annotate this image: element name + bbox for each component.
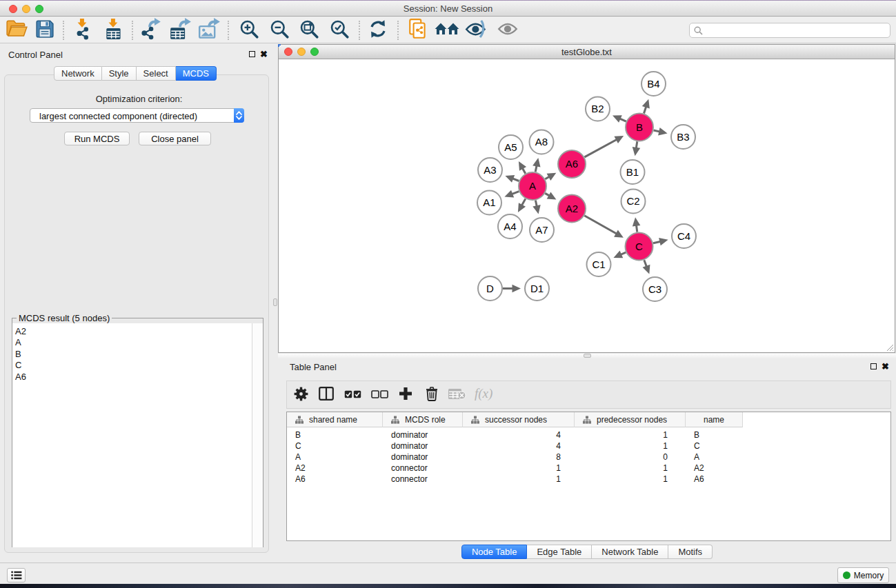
column-header-shared-name[interactable]: shared name — [287, 412, 383, 427]
graph-node-B3[interactable]: B3 — [671, 125, 695, 149]
svg-text:D1: D1 — [530, 283, 544, 294]
table-toolbar-button-show-column-panel[interactable] — [315, 385, 337, 405]
graph-node-B4[interactable]: B4 — [641, 72, 666, 96]
toolbar-button-export-image[interactable] — [196, 19, 222, 41]
zoom-fit-content-icon — [299, 19, 319, 42]
criterion-combobox-value: largest connected component (directed) — [39, 111, 197, 121]
tab-style[interactable]: Style — [102, 66, 137, 81]
mcds-result-item[interactable]: A — [15, 337, 21, 347]
mcds-result-scrollbar[interactable] — [252, 323, 263, 547]
tab-select[interactable]: Select — [137, 66, 176, 81]
graph-node-C3[interactable]: C3 — [643, 277, 667, 301]
svg-text:A6: A6 — [566, 158, 578, 170]
column-header-MCDS-role[interactable]: MCDS role — [383, 412, 463, 427]
mcds-result-item[interactable]: B — [15, 349, 21, 359]
graph-node-B1[interactable]: B1 — [621, 160, 645, 184]
table-row-A[interactable]: Adominator80A — [287, 452, 890, 463]
toolbar-button-show-all[interactable] — [495, 19, 521, 41]
toolbar-button-open-session[interactable] — [3, 19, 30, 41]
mcds-result-item[interactable]: A6 — [15, 372, 26, 382]
toolbar-button-export-table[interactable] — [168, 19, 194, 41]
column-header-successor-nodes[interactable]: successor nodes — [463, 412, 575, 427]
table-row-A6[interactable]: A6connector11A6 — [287, 474, 890, 485]
table-panel-close-icon[interactable]: ✖ — [882, 361, 889, 372]
table-cell: connector — [391, 474, 428, 484]
graph-node-C[interactable]: C — [626, 233, 653, 261]
table-tab-network-table[interactable]: Network Table — [592, 545, 668, 559]
network-graph-canvas[interactable]: AA1A2A3A4A5A6A7A8BB1B2B3B4CC1C2C3C4DD1 — [279, 59, 895, 352]
table-panel-float-icon[interactable] — [870, 363, 877, 369]
table-tab-edge-table[interactable]: Edge Table — [527, 545, 592, 559]
graph-node-D[interactable]: D — [478, 276, 502, 301]
mcds-result-item[interactable]: A2 — [15, 326, 26, 336]
apply-preferred-layout-icon — [368, 19, 388, 42]
toolbar-button-first-neighbors[interactable] — [434, 19, 460, 41]
table-cell: dominator — [391, 430, 428, 440]
float-panel-icon[interactable] — [249, 51, 255, 57]
toolbar-button-zoom-selected-region[interactable] — [327, 19, 353, 41]
network-window: testGlobe.txt AA1A2A3A4A5A6A7A8BB1B2B3B4… — [278, 44, 895, 353]
toolbar-button-save-session[interactable] — [32, 19, 58, 41]
mcds-result-item[interactable]: C — [15, 360, 21, 370]
svg-text:A4: A4 — [504, 221, 516, 232]
toolbar-button-import-network-from-file[interactable] — [70, 19, 96, 41]
tab-network[interactable]: Network — [54, 66, 102, 81]
toolbar-button-copy-network-view[interactable] — [406, 19, 432, 41]
graph-node-A3[interactable]: A3 — [478, 158, 502, 182]
svg-text:A7: A7 — [535, 224, 548, 236]
criterion-combobox[interactable]: largest connected component (directed) — [30, 108, 244, 123]
network-window-resize-grip[interactable] — [886, 343, 894, 352]
run-mcds-button[interactable]: Run MCDS — [64, 132, 130, 145]
toolbar-button-apply-preferred-layout[interactable] — [365, 19, 391, 41]
column-header-name[interactable]: name — [686, 412, 743, 427]
table-tab-motifs[interactable]: Motifs — [668, 545, 713, 559]
table-toolbar-button-table-options[interactable] — [290, 385, 312, 405]
graph-node-A[interactable]: A — [519, 172, 546, 200]
graph-node-B2[interactable]: B2 — [586, 97, 610, 121]
window-title: Session: New Session — [0, 3, 896, 14]
tab-mcds[interactable]: MCDS — [176, 66, 217, 81]
toolbar-button-zoom-out[interactable] — [266, 19, 292, 41]
table-toolbar-button-delete-columns[interactable] — [421, 385, 443, 405]
mcds-result-list[interactable]: A2ABCA6 — [12, 323, 263, 547]
search-box[interactable] — [689, 23, 890, 38]
toolbar-button-import-table-from-file[interactable] — [101, 19, 127, 41]
toolbar-button-zoom-fit-content[interactable] — [297, 19, 323, 41]
table-cell: 1 — [463, 474, 561, 484]
graph-node-A7[interactable]: A7 — [530, 218, 554, 242]
graph-node-A5[interactable]: A5 — [499, 135, 523, 159]
graph-node-A6[interactable]: A6 — [558, 150, 586, 178]
svg-text:A1: A1 — [483, 196, 495, 208]
graph-node-C4[interactable]: C4 — [672, 224, 696, 248]
svg-text:B3: B3 — [677, 131, 689, 143]
graph-node-C2[interactable]: C2 — [621, 190, 646, 214]
search-input[interactable] — [705, 24, 884, 37]
column-header-predecessor-nodes[interactable]: predecessor nodes — [575, 412, 686, 427]
bottom-split-divider-grip[interactable] — [584, 354, 591, 358]
close-panel-button[interactable]: Close panel — [139, 132, 211, 145]
toolbar-button-export-network[interactable] — [138, 19, 164, 41]
optimization-criterion-label: Optimization criterion: — [0, 94, 278, 104]
graph-node-D1[interactable]: D1 — [525, 276, 549, 301]
table-toolbar-button-select-all-columns[interactable] — [341, 385, 364, 405]
graph-node-B[interactable]: B — [626, 114, 653, 141]
left-split-divider-grip[interactable] — [273, 298, 277, 306]
toolbar-separator — [63, 21, 64, 40]
memory-button[interactable]: Memory — [837, 567, 889, 583]
graph-node-C1[interactable]: C1 — [587, 252, 611, 276]
table-toolbar-button-unselect-all-columns[interactable] — [368, 385, 390, 405]
graph-node-A1[interactable]: A1 — [477, 191, 501, 215]
table-toolbar-button-create-new-column[interactable] — [395, 385, 417, 405]
graph-node-A8[interactable]: A8 — [530, 130, 554, 154]
task-history-button[interactable] — [7, 568, 26, 582]
table-tab-node-table[interactable]: Node Table — [461, 545, 528, 559]
toolbar-button-hide-selected[interactable] — [464, 19, 490, 41]
toolbar-button-zoom-in[interactable] — [237, 19, 263, 41]
table-row-C[interactable]: Cdominator41C — [287, 440, 890, 452]
graph-node-A4[interactable]: A4 — [498, 214, 522, 239]
graph-node-A2[interactable]: A2 — [558, 195, 586, 223]
close-panel-icon[interactable]: ✖ — [260, 49, 268, 59]
table-row-B[interactable]: Bdominator41B — [287, 429, 890, 440]
table-row-A2[interactable]: A2connector11A2 — [287, 463, 890, 474]
network-window-titlebar[interactable]: testGlobe.txt — [279, 45, 895, 59]
